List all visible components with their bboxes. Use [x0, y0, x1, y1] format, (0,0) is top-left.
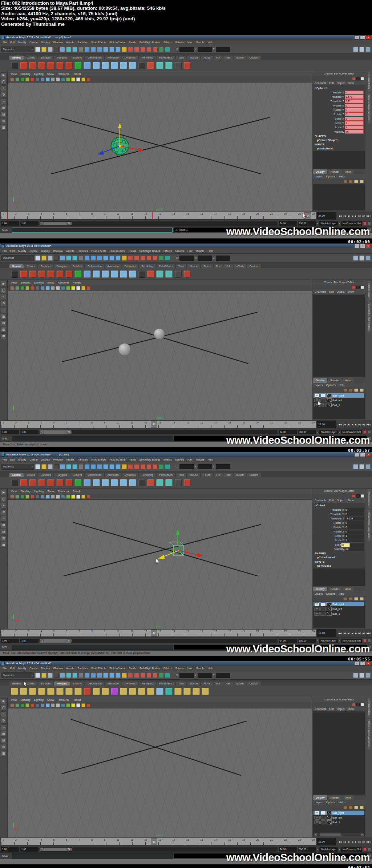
status-line-icon[interactable]	[41, 673, 46, 678]
shelf-tab[interactable]: Dynamics	[122, 473, 138, 477]
layer-menu-item[interactable]: Options	[326, 801, 336, 804]
status-line-icon[interactable]	[41, 47, 46, 52]
viewport-persp[interactable]: persp	[8, 291, 312, 420]
create-layer-icon[interactable]	[349, 597, 353, 600]
status-line-icon[interactable]	[66, 256, 71, 261]
shelf-tab[interactable]: PaintEffects	[157, 264, 175, 268]
panel-toolbar-icon[interactable]	[36, 286, 40, 290]
animation-end-field[interactable]: 350.00	[298, 847, 316, 852]
shelf-icon[interactable]	[102, 688, 109, 695]
shelf-icon[interactable]	[47, 688, 54, 695]
menu-item[interactable]: Fields	[129, 41, 136, 44]
layer-tab[interactable]: Render	[328, 378, 342, 383]
shelf-icon[interactable]	[111, 688, 118, 695]
status-line-icon[interactable]	[122, 47, 127, 52]
shelf-tab[interactable]: Custom	[247, 682, 261, 686]
panel-toolbar-icon[interactable]	[25, 286, 29, 290]
playback-button[interactable]: ▶|	[358, 422, 361, 426]
shelf-tab[interactable]: Rendering	[139, 56, 155, 60]
tool-icon[interactable]: +	[1, 711, 7, 717]
panel-toolbar-icon[interactable]	[51, 77, 55, 81]
anim-layer-selector[interactable]: No Anim Layer	[319, 847, 338, 852]
shelf-icon[interactable]	[102, 479, 109, 486]
menu-item[interactable]: Fluid nCache	[109, 458, 125, 461]
status-line-icon[interactable]	[159, 673, 164, 678]
menu-item[interactable]: Help	[207, 41, 213, 44]
layer-tab[interactable]: Anim	[343, 169, 354, 174]
panel-toolbar-icon[interactable]	[61, 286, 65, 290]
maximize-button[interactable]: □	[360, 244, 365, 248]
playback-button[interactable]: |◀	[343, 631, 346, 635]
shelf-icon[interactable]	[84, 270, 91, 278]
playback-button[interactable]: |◀	[343, 214, 346, 218]
menu-item[interactable]: Modify	[18, 458, 26, 461]
status-line-icon[interactable]	[122, 464, 127, 469]
layer-menu-item[interactable]: Help	[339, 801, 344, 804]
menu-item[interactable]: Hair	[187, 41, 193, 44]
menu-item[interactable]: Fluid nCache	[109, 667, 125, 670]
auto-keyframe-toggle[interactable]	[363, 222, 367, 225]
menu-item[interactable]: Soft/Rigid Bodies	[140, 249, 161, 253]
menu-item[interactable]: Fields	[129, 667, 136, 670]
status-line-icon[interactable]	[91, 47, 96, 52]
status-line-icon[interactable]	[85, 673, 90, 678]
shelf-tab[interactable]: Hair	[223, 56, 233, 60]
status-line-icon[interactable]	[78, 464, 84, 469]
playback-button[interactable]: ◀	[351, 631, 354, 635]
shelf-tab[interactable]: Hair	[223, 264, 233, 268]
menu-item[interactable]: Muscle	[196, 41, 205, 44]
playback-button[interactable]: ◀	[351, 422, 354, 426]
shelf-icon[interactable]	[29, 270, 36, 278]
animation-preferences-icon[interactable]	[368, 430, 371, 434]
shelf-icon[interactable]	[120, 479, 127, 486]
playback-button[interactable]: ▶▶|	[366, 840, 371, 844]
layer-tab[interactable]: Display	[313, 795, 327, 800]
layer-tab[interactable]: Anim	[343, 378, 354, 383]
panel-toolbar-icon[interactable]	[76, 286, 80, 290]
attribute-editor-tab[interactable]: Attribute Editor	[368, 72, 371, 92]
shelf-icon[interactable]	[38, 479, 45, 486]
tool-icon[interactable]: ▦	[1, 314, 7, 320]
shelf-tab[interactable]: Polygons	[54, 56, 70, 60]
panel-toolbar-icon[interactable]	[10, 286, 14, 290]
shelf-icon[interactable]	[138, 688, 145, 695]
menu-item[interactable]: File	[3, 249, 7, 253]
layer-tab[interactable]: Anim	[343, 795, 354, 800]
playback-end-field[interactable]: 24.00	[279, 847, 297, 852]
menu-item[interactable]: Fluid nCache	[109, 41, 125, 44]
channel-box-menu-item[interactable]: Channels	[315, 707, 326, 711]
shelf-tab[interactable]: Polygons	[54, 264, 70, 268]
menu-item[interactable]: Fluid nCache	[109, 249, 125, 253]
current-time-field[interactable]: 12.00	[317, 421, 336, 428]
panel-toolbar-icon[interactable]	[71, 495, 75, 499]
shelf-icon[interactable]	[20, 688, 27, 695]
status-line-icon[interactable]	[116, 464, 121, 469]
panel-toolbar-icon[interactable]	[66, 703, 70, 707]
panel-toolbar-icon[interactable]	[31, 703, 35, 707]
channel-box-menu-item[interactable]: Show	[347, 81, 354, 85]
channel-value[interactable]: -5.138	[345, 517, 364, 521]
attribute-editor-tab[interactable]: Attribute Editor	[368, 698, 371, 718]
channel-value[interactable]: 1	[345, 125, 364, 129]
status-line-icon[interactable]	[72, 464, 77, 469]
shelf-icon[interactable]	[174, 479, 182, 486]
panel-toolbar-icon[interactable]	[86, 286, 90, 290]
x-input[interactable]	[179, 673, 194, 678]
create-layer-icon[interactable]	[343, 806, 347, 809]
playback-button[interactable]: ◀|	[347, 214, 350, 218]
shelf-icon[interactable]	[111, 479, 118, 486]
layer-menu-item[interactable]: Options	[326, 592, 336, 595]
shelf-tab[interactable]: nCloth	[234, 264, 246, 268]
manipulator-icon[interactable]	[352, 703, 355, 706]
x-input[interactable]	[179, 464, 194, 469]
status-line-icon[interactable]	[66, 47, 71, 52]
panel-toolbar-icon[interactable]	[25, 77, 29, 81]
chevron-down-icon[interactable]: ▾	[317, 222, 318, 225]
shelf-tab[interactable]: Animation	[105, 264, 121, 268]
shelf-icon[interactable]	[65, 688, 73, 695]
shelf-icon[interactable]	[138, 270, 145, 278]
layer-tab[interactable]: Render	[328, 587, 342, 591]
layer-visibility-toggle[interactable]: V	[314, 607, 320, 611]
status-line-icon[interactable]	[159, 47, 164, 52]
menu-item[interactable]: Effects	[163, 667, 172, 670]
